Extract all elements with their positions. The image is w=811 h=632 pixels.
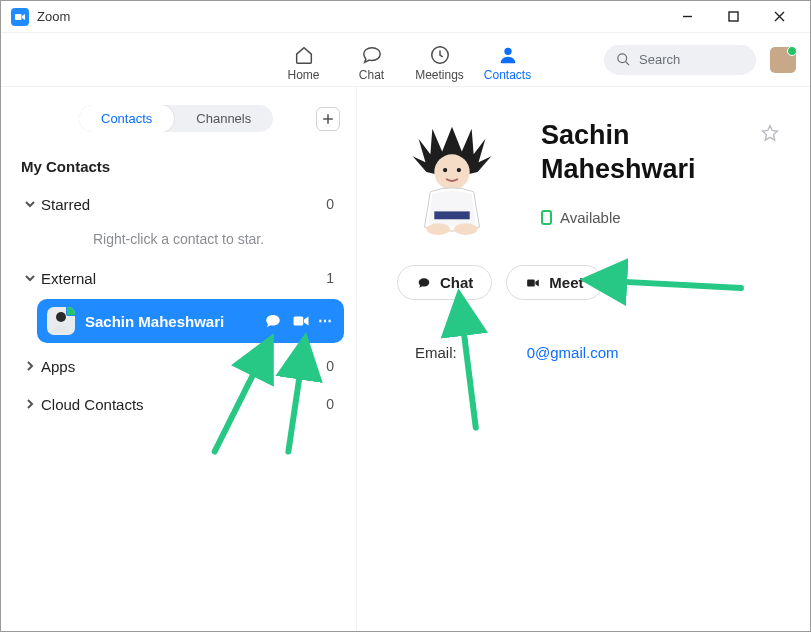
chevron-down-icon — [21, 199, 39, 209]
section-apps[interactable]: Apps 0 — [11, 347, 346, 385]
section-label: Apps — [41, 358, 326, 375]
chat-icon — [264, 312, 282, 330]
svg-rect-13 — [528, 279, 536, 286]
tab-label: Chat — [359, 68, 384, 82]
user-avatar[interactable] — [770, 47, 796, 73]
svg-point-11 — [426, 223, 450, 235]
search-input[interactable]: Search — [604, 45, 756, 75]
tab-label: Home — [287, 68, 319, 82]
chat-icon — [361, 44, 383, 66]
star-hint: Right-click a contact to star. — [11, 223, 346, 259]
section-count: 0 — [326, 396, 334, 412]
svg-point-12 — [454, 223, 478, 235]
tab-meetings[interactable]: Meetings — [407, 38, 473, 82]
tab-home[interactable]: Home — [271, 38, 337, 82]
view-switcher: Contacts Channels — [79, 105, 273, 132]
meet-button-label: Meet — [549, 274, 583, 291]
clock-icon — [429, 44, 451, 66]
meet-button[interactable]: Meet — [506, 265, 602, 300]
sidebar: Contacts Channels My Contacts Starred 0 … — [1, 87, 357, 631]
contact-row-selected[interactable]: Sachin Maheshwari ⋯ — [37, 299, 344, 343]
chevron-down-icon — [21, 273, 39, 283]
contact-name: Sachin Maheshwari — [85, 313, 256, 330]
section-label: Starred — [41, 196, 326, 213]
section-count: 0 — [326, 358, 334, 374]
section-external[interactable]: External 1 — [11, 259, 346, 297]
contact-avatar — [47, 307, 75, 335]
contact-detail-pane: Sachin Maheshwari Available Chat Meet — [357, 87, 810, 631]
status-available-icon — [541, 210, 552, 225]
svg-point-9 — [457, 168, 461, 172]
section-label: External — [41, 270, 326, 287]
svg-point-8 — [443, 168, 447, 172]
search-icon — [616, 52, 631, 67]
chat-button-label: Chat — [440, 274, 473, 291]
contacts-icon — [497, 44, 519, 66]
contact-more-button[interactable]: ⋯ — [318, 313, 334, 329]
section-cloud-contacts[interactable]: Cloud Contacts 0 — [11, 385, 346, 423]
chevron-right-icon — [21, 399, 39, 409]
chat-button[interactable]: Chat — [397, 265, 492, 300]
search-placeholder: Search — [639, 52, 680, 67]
tab-label: Contacts — [484, 68, 531, 82]
zoom-app-icon — [11, 8, 29, 26]
video-icon — [292, 312, 310, 330]
contact-video-button[interactable] — [290, 310, 312, 332]
email-value[interactable]: 0@gmail.com — [527, 344, 619, 361]
status-text: Available — [560, 209, 621, 226]
svg-rect-10 — [434, 211, 469, 219]
home-icon — [293, 44, 315, 66]
section-starred[interactable]: Starred 0 — [11, 185, 346, 223]
chevron-right-icon — [21, 361, 39, 371]
svg-rect-0 — [15, 14, 22, 20]
window-minimize-button[interactable] — [664, 1, 710, 33]
view-contacts[interactable]: Contacts — [79, 105, 174, 132]
video-icon — [525, 276, 541, 290]
titlebar: Zoom — [1, 1, 810, 33]
chat-icon — [416, 276, 432, 290]
svg-point-4 — [618, 54, 627, 63]
star-icon — [760, 123, 780, 143]
contact-detail-name: Sachin Maheshwari — [541, 119, 760, 187]
tab-chat[interactable]: Chat — [339, 38, 405, 82]
email-label: Email: — [415, 344, 457, 361]
view-channels[interactable]: Channels — [174, 105, 273, 132]
add-contact-button[interactable] — [316, 107, 340, 131]
section-count: 1 — [326, 270, 334, 286]
window-close-button[interactable] — [756, 1, 802, 33]
svg-point-5 — [56, 312, 66, 322]
contact-status: Available — [541, 209, 780, 226]
window-title: Zoom — [37, 9, 70, 24]
svg-rect-1 — [729, 12, 738, 21]
svg-point-7 — [434, 154, 469, 189]
contact-chat-button[interactable] — [262, 310, 284, 332]
star-contact-button[interactable] — [760, 123, 780, 146]
section-count: 0 — [326, 196, 334, 212]
section-label: Cloud Contacts — [41, 396, 326, 413]
svg-rect-6 — [294, 317, 304, 326]
svg-point-3 — [504, 47, 511, 54]
my-contacts-heading: My Contacts — [21, 158, 346, 175]
window-maximize-button[interactable] — [710, 1, 756, 33]
top-nav: Home Chat Meetings Contacts Search — [1, 33, 810, 87]
plus-icon — [322, 113, 334, 125]
tab-contacts[interactable]: Contacts — [475, 38, 541, 82]
tab-label: Meetings — [415, 68, 464, 82]
contact-detail-avatar — [393, 117, 511, 235]
